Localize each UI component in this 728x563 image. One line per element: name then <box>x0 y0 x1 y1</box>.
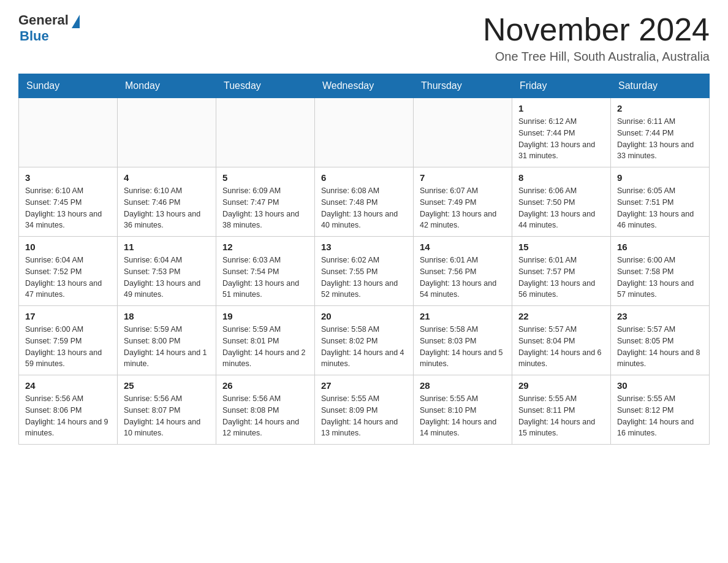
day-number: 14 <box>420 242 506 252</box>
calendar-cell: 25Sunrise: 5:56 AMSunset: 8:07 PMDayligh… <box>118 375 216 445</box>
day-number: 24 <box>25 380 111 391</box>
day-info: Daylight: 14 hours and 5 minutes. <box>420 347 506 370</box>
calendar-cell: 11Sunrise: 6:04 AMSunset: 7:53 PMDayligh… <box>118 237 216 306</box>
calendar-cell: 1Sunrise: 6:12 AMSunset: 7:44 PMDaylight… <box>512 98 611 167</box>
calendar-cell: 3Sunrise: 6:10 AMSunset: 7:45 PMDaylight… <box>19 167 118 237</box>
day-info: Sunrise: 5:55 AM <box>617 393 703 405</box>
calendar-cell: 30Sunrise: 5:55 AMSunset: 8:12 PMDayligh… <box>611 375 710 445</box>
day-info: Sunset: 8:01 PM <box>222 335 308 347</box>
day-info: Daylight: 13 hours and 49 minutes. <box>124 278 210 301</box>
location-subtitle: One Tree Hill, South Australia, Australi… <box>483 50 710 64</box>
logo-blue: Blue <box>20 28 49 44</box>
day-number: 2 <box>617 103 703 113</box>
calendar-cell: 5Sunrise: 6:09 AMSunset: 7:47 PMDaylight… <box>216 167 315 237</box>
day-info: Sunrise: 5:58 AM <box>321 324 407 335</box>
calendar-cell: 28Sunrise: 5:55 AMSunset: 8:10 PMDayligh… <box>414 375 512 445</box>
day-info: Daylight: 13 hours and 42 minutes. <box>420 209 506 232</box>
logo-general: General <box>18 12 69 28</box>
day-number: 20 <box>321 311 407 321</box>
header-wednesday: Wednesday <box>315 74 414 98</box>
day-info: Sunset: 8:08 PM <box>222 405 308 416</box>
day-info: Daylight: 13 hours and 36 minutes. <box>124 209 210 232</box>
day-info: Daylight: 13 hours and 31 minutes. <box>518 139 604 163</box>
day-info: Sunset: 7:57 PM <box>518 266 604 278</box>
day-info: Daylight: 14 hours and 16 minutes. <box>617 416 703 440</box>
day-number: 4 <box>124 172 210 183</box>
calendar-cell <box>118 98 216 167</box>
calendar-cell: 29Sunrise: 5:55 AMSunset: 8:11 PMDayligh… <box>512 375 611 445</box>
calendar-cell: 12Sunrise: 6:03 AMSunset: 7:54 PMDayligh… <box>216 237 315 306</box>
day-number: 26 <box>222 380 308 391</box>
day-info: Sunset: 7:58 PM <box>617 266 703 278</box>
day-info: Daylight: 13 hours and 47 minutes. <box>25 278 111 301</box>
day-info: Sunrise: 5:59 AM <box>222 324 308 335</box>
day-info: Sunrise: 5:57 AM <box>518 324 604 335</box>
day-number: 1 <box>518 103 604 113</box>
day-info: Sunset: 7:52 PM <box>25 266 111 278</box>
day-info: Daylight: 13 hours and 46 minutes. <box>617 209 703 232</box>
calendar-cell: 26Sunrise: 5:56 AMSunset: 8:08 PMDayligh… <box>216 375 315 445</box>
calendar-table: Sunday Monday Tuesday Wednesday Thursday… <box>18 74 710 445</box>
day-info: Sunrise: 6:08 AM <box>321 185 407 197</box>
day-info: Daylight: 13 hours and 40 minutes. <box>321 209 407 232</box>
day-info: Daylight: 13 hours and 52 minutes. <box>321 278 407 301</box>
day-info: Daylight: 13 hours and 56 minutes. <box>518 278 604 301</box>
week-row-4: 24Sunrise: 5:56 AMSunset: 8:06 PMDayligh… <box>19 375 710 445</box>
calendar-cell <box>315 98 414 167</box>
day-info: Daylight: 13 hours and 54 minutes. <box>420 278 506 301</box>
day-info: Sunset: 7:54 PM <box>222 266 308 278</box>
day-info: Sunset: 8:11 PM <box>518 405 604 416</box>
day-info: Sunset: 7:51 PM <box>617 197 703 209</box>
day-info: Sunrise: 5:56 AM <box>222 393 308 405</box>
week-row-2: 10Sunrise: 6:04 AMSunset: 7:52 PMDayligh… <box>19 237 710 306</box>
calendar-cell: 7Sunrise: 6:07 AMSunset: 7:49 PMDaylight… <box>414 167 512 237</box>
day-info: Sunset: 7:44 PM <box>518 128 604 139</box>
day-info: Sunset: 7:49 PM <box>420 197 506 209</box>
calendar-cell: 17Sunrise: 6:00 AMSunset: 7:59 PMDayligh… <box>19 306 118 375</box>
calendar-cell <box>19 98 118 167</box>
day-number: 7 <box>420 172 506 183</box>
day-info: Sunrise: 6:03 AM <box>222 255 308 266</box>
calendar-cell: 16Sunrise: 6:00 AMSunset: 7:58 PMDayligh… <box>611 237 710 306</box>
header-sunday: Sunday <box>19 74 118 98</box>
calendar-cell: 6Sunrise: 6:08 AMSunset: 7:48 PMDaylight… <box>315 167 414 237</box>
day-info: Daylight: 13 hours and 51 minutes. <box>222 278 308 301</box>
day-info: Sunset: 8:06 PM <box>25 405 111 416</box>
day-info: Sunset: 8:10 PM <box>420 405 506 416</box>
day-info: Sunset: 7:47 PM <box>222 197 308 209</box>
week-row-1: 3Sunrise: 6:10 AMSunset: 7:45 PMDaylight… <box>19 167 710 237</box>
day-info: Sunrise: 6:10 AM <box>25 185 111 197</box>
day-number: 27 <box>321 380 407 391</box>
day-number: 19 <box>222 311 308 321</box>
day-info: Sunset: 8:00 PM <box>124 335 210 347</box>
day-number: 18 <box>124 311 210 321</box>
day-info: Sunset: 7:50 PM <box>518 197 604 209</box>
day-info: Sunrise: 6:09 AM <box>222 185 308 197</box>
week-row-0: 1Sunrise: 6:12 AMSunset: 7:44 PMDaylight… <box>19 98 710 167</box>
day-info: Sunrise: 6:02 AM <box>321 255 407 266</box>
day-info: Sunrise: 6:04 AM <box>25 255 111 266</box>
calendar-cell: 27Sunrise: 5:55 AMSunset: 8:09 PMDayligh… <box>315 375 414 445</box>
day-number: 15 <box>518 242 604 252</box>
day-info: Sunrise: 6:12 AM <box>518 116 604 128</box>
day-info: Daylight: 14 hours and 10 minutes. <box>124 416 210 440</box>
day-number: 9 <box>617 172 703 183</box>
calendar-cell: 15Sunrise: 6:01 AMSunset: 7:57 PMDayligh… <box>512 237 611 306</box>
day-info: Sunrise: 6:06 AM <box>518 185 604 197</box>
calendar-cell: 10Sunrise: 6:04 AMSunset: 7:52 PMDayligh… <box>19 237 118 306</box>
day-info: Sunset: 8:02 PM <box>321 335 407 347</box>
day-info: Daylight: 14 hours and 2 minutes. <box>222 347 308 370</box>
header-thursday: Thursday <box>414 74 512 98</box>
day-info: Sunrise: 6:10 AM <box>124 185 210 197</box>
day-info: Sunset: 7:45 PM <box>25 197 111 209</box>
weekday-header-row: Sunday Monday Tuesday Wednesday Thursday… <box>19 74 710 98</box>
day-info: Sunset: 7:59 PM <box>25 335 111 347</box>
header: General Blue November 2024 One Tree Hill… <box>18 12 710 64</box>
day-info: Sunrise: 6:05 AM <box>617 185 703 197</box>
day-number: 12 <box>222 242 308 252</box>
calendar-cell: 8Sunrise: 6:06 AMSunset: 7:50 PMDaylight… <box>512 167 611 237</box>
day-info: Daylight: 14 hours and 6 minutes. <box>518 347 604 370</box>
calendar-cell: 22Sunrise: 5:57 AMSunset: 8:04 PMDayligh… <box>512 306 611 375</box>
calendar-cell: 2Sunrise: 6:11 AMSunset: 7:44 PMDaylight… <box>611 98 710 167</box>
calendar-cell: 20Sunrise: 5:58 AMSunset: 8:02 PMDayligh… <box>315 306 414 375</box>
